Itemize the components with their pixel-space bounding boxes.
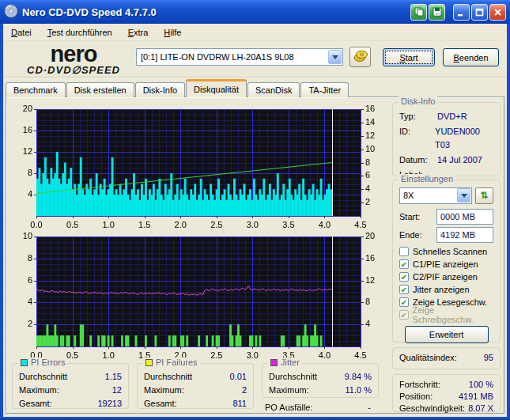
window-border-bottom [0, 417, 510, 420]
pi-errors-stats-title: PI Errors [31, 358, 65, 367]
advanced-button[interactable]: Erweitert [405, 326, 489, 343]
close-button[interactable] [489, 4, 506, 21]
chevron-down-icon[interactable] [328, 50, 342, 64]
disk-info-value: 14 Jul 2007 [437, 153, 482, 167]
eject-disc-button[interactable] [349, 47, 371, 67]
checkbox-label: Schnelles Scannen [413, 247, 487, 256]
pi-failures-swatch-icon [145, 359, 153, 366]
end-field-label: Ende: [399, 230, 422, 240]
tab-scandisk[interactable]: ScanDisk [247, 82, 300, 97]
refresh-icon: ⇅ [480, 190, 488, 201]
menu-extra[interactable]: Extra [127, 26, 150, 39]
maximize-button[interactable] [471, 4, 488, 21]
stat-value: 12 [112, 384, 122, 396]
stat-label: Maximum: [269, 384, 309, 396]
menu-datei[interactable]: Datei [9, 26, 33, 39]
stat-value: 9.84 % [345, 371, 372, 383]
checkbox-icon[interactable]: ✔ [399, 272, 409, 282]
nero-logo-text: nero [14, 44, 133, 64]
checkbox-icon: ✔ [399, 310, 409, 320]
menu-test-durchfuehren[interactable]: Test durchführen [46, 26, 114, 39]
window-border-right [507, 22, 510, 420]
tab-disk-info[interactable]: Disk-Info [135, 82, 185, 97]
minimize-button[interactable] [453, 4, 470, 21]
pi-failures-stats-box: PI Failures Durchschnitt0.01 Maximum:2 G… [137, 363, 254, 409]
settings-box: Einstellungen 8X ⇅ Start: Ende: [392, 180, 501, 342]
stat-label: Gesamt: [144, 398, 177, 410]
disk-info-title: Disk-Info [399, 96, 437, 106]
stat-value: 11.0 % [346, 384, 372, 396]
drive-select-value: [0:1] LITE-ON DVDRW LH-20A1S 9L08 [137, 52, 327, 62]
settings-title: Einstellungen [399, 174, 455, 184]
stat-label: Durchschnitt [144, 371, 192, 383]
speed-value: 8.07 X [468, 403, 493, 414]
save-screenshot-button[interactable] [429, 4, 445, 21]
pi-failures-jitter-chart [6, 232, 392, 362]
stat-value: 0.01 [230, 371, 247, 383]
cdspeed-logo-text: CD·DVD∅SPEED [14, 64, 133, 76]
progress-box: Fortschritt:100 % Position:4191 MB Gesch… [392, 374, 501, 412]
quality-index-label: Qualitätsindex: [399, 352, 457, 364]
scan-speed-select[interactable]: 8X [399, 187, 472, 204]
disk-info-label: Datum: [399, 153, 437, 167]
po-failures-value: - [368, 403, 371, 412]
end-position-field[interactable] [436, 227, 493, 243]
pi-failures-stats-title: PI Failures [156, 358, 198, 367]
quality-index-box: Qualitätsindex: 95 [392, 347, 501, 369]
refresh-button[interactable]: ⇅ [475, 187, 493, 204]
stat-value: 2 [242, 384, 247, 396]
tab-ta-jitter[interactable]: TA-Jitter [300, 82, 349, 97]
menu-hilfe[interactable]: Hilfe [162, 26, 183, 39]
drive-select[interactable]: [0:1] LITE-ON DVDRW LH-20A1S 9L08 [136, 48, 343, 66]
window-title: Nero CD-DVD Speed 4.7.7.0 [22, 6, 409, 18]
app-icon [4, 4, 18, 20]
checkbox-schnelles-scannen[interactable]: Schnelles Scannen [399, 245, 493, 258]
checkbox-c2-pif-anzeigen[interactable]: ✔C2/PIF anzeigen [399, 271, 493, 283]
start-field-label: Start: [399, 212, 420, 221]
tab-diskqualitaet[interactable]: Diskqualität [186, 79, 247, 97]
progress-value: 100 % [469, 380, 493, 390]
start-position-field[interactable] [436, 209, 493, 225]
disc-icon [353, 50, 368, 64]
checkbox-icon[interactable]: ✔ [399, 285, 409, 294]
pi-errors-stats-box: PI Errors Durchschnitt1.15 Maximum:12 Ge… [12, 363, 129, 409]
checkbox-icon[interactable]: ✔ [399, 259, 409, 269]
disk-info-label: Typ: [399, 110, 437, 123]
position-label: Position: [399, 392, 433, 402]
copy-to-clipboard-button[interactable] [410, 4, 427, 21]
disk-info-value: DVD+R [437, 110, 467, 123]
quality-index-value: 95 [484, 352, 493, 364]
po-failures-row: PO Ausfälle: - [262, 403, 379, 412]
scan-speed-value: 8X [400, 191, 456, 200]
checkbox-icon[interactable] [399, 247, 409, 256]
speed-label: Geschwindigkeit: [399, 403, 465, 414]
chevron-down-icon[interactable] [457, 188, 470, 202]
jitter-stats-title: Jitter [281, 358, 300, 367]
disk-info-value: YUDEN000 T03 [435, 125, 493, 152]
tab-disk-erstellen[interactable]: Disk erstellen [66, 82, 134, 97]
stat-value: 19213 [97, 398, 122, 410]
exit-button[interactable]: Beenden [443, 48, 499, 66]
start-button[interactable]: Start [383, 48, 435, 66]
progress-label: Fortschritt: [399, 380, 440, 390]
app-window: Nero CD-DVD Speed 4.7.7.0 Datei Test dur… [0, 0, 510, 420]
po-failures-label: PO Ausfälle: [265, 403, 313, 412]
checkbox-icon[interactable]: ✔ [399, 297, 409, 307]
tab-strip: Benchmark Disk erstellen Disk-Info Diskq… [6, 79, 349, 97]
stat-label: Durchschnitt [19, 371, 67, 383]
checkbox-c1-pie-anzeigen[interactable]: ✔C1/PIE anzeigen [399, 258, 493, 271]
toolbar: nero CD·DVD∅SPEED [0:1] LITE-ON DVDRW LH… [3, 42, 507, 77]
pi-errors-chart [6, 104, 392, 232]
disk-info-label: ID: [399, 125, 435, 152]
position-value: 4191 MB [459, 392, 493, 402]
checkbox-label: Jitter anzeigen [413, 285, 470, 294]
stat-value: 1.15 [105, 371, 122, 383]
diskqualitaet-tab-page: PI Errors Durchschnitt1.15 Maximum:12 Ge… [6, 96, 504, 414]
jitter-swatch-icon [270, 359, 278, 366]
jitter-stats-box: Jitter Durchschnitt9.84 % Maximum:11.0 % [262, 363, 379, 398]
tab-benchmark[interactable]: Benchmark [6, 82, 66, 97]
window-border-left [0, 22, 3, 420]
title-bar[interactable]: Nero CD-DVD Speed 4.7.7.0 [0, 0, 510, 24]
stat-label: Maximum: [19, 384, 59, 396]
checkbox-jitter-anzeigen[interactable]: ✔Jitter anzeigen [399, 283, 493, 296]
